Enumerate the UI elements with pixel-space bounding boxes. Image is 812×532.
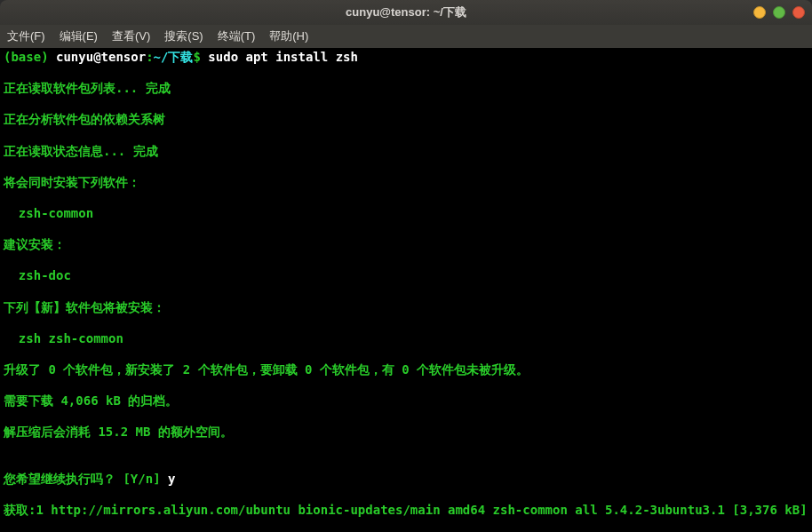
output-line: 正在分析软件包的依赖关系树 <box>4 112 808 128</box>
output-line: 您希望继续执行吗？ [Y/n] <box>4 472 161 486</box>
menu-search[interactable]: 搜索(S) <box>164 28 203 44</box>
menu-bar: 文件(F) 编辑(E) 查看(V) 搜索(S) 终端(T) 帮助(H) <box>0 25 812 48</box>
menu-view[interactable]: 查看(V) <box>112 28 150 44</box>
output-line: 解压缩后会消耗 15.2 MB 的额外空间。 <box>4 425 808 441</box>
output-line: 建议安装： <box>4 237 808 253</box>
output-line: zsh-common <box>4 206 808 222</box>
output-line: zsh zsh-common <box>4 331 808 347</box>
output-line: 获取:1 http://mirrors.aliyun.com/ubuntu bi… <box>4 503 808 519</box>
output-line: zsh-doc <box>4 268 808 284</box>
window-controls <box>753 6 805 19</box>
output-line: 正在读取软件包列表... 完成 <box>4 81 808 97</box>
menu-edit[interactable]: 编辑(E) <box>60 28 98 44</box>
prompt-colon: : <box>146 50 153 64</box>
prompt-env: (base) <box>4 50 49 64</box>
terminal-window: cunyu@tensor: ~/下载 文件(F) 编辑(E) 查看(V) 搜索(… <box>0 0 812 532</box>
output-line: 升级了 0 个软件包，新安装了 2 个软件包，要卸载 0 个软件包，有 0 个软… <box>4 362 808 378</box>
terminal-viewport[interactable]: (base) cunyu@tensor:~/下载$ sudo apt insta… <box>0 48 812 532</box>
menu-terminal[interactable]: 终端(T) <box>218 28 256 44</box>
output-line: 将会同时安装下列软件： <box>4 175 808 191</box>
prompt-userhost: cunyu@tensor <box>56 50 146 64</box>
window-title: cunyu@tensor: ~/下载 <box>346 4 466 20</box>
prompt-path: ~/下载 <box>154 50 194 64</box>
output-line: 正在读取状态信息... 完成 <box>4 144 808 160</box>
maximize-button[interactable] <box>773 6 785 19</box>
output-line: 下列【新】软件包将被安装： <box>4 300 808 316</box>
prompt-dollar: $ <box>193 50 200 64</box>
menu-help[interactable]: 帮助(H) <box>269 28 308 44</box>
menu-file[interactable]: 文件(F) <box>7 28 45 44</box>
title-bar: cunyu@tensor: ~/下载 <box>0 0 812 25</box>
minimize-button[interactable] <box>753 6 766 19</box>
close-button[interactable] <box>792 6 805 19</box>
output-line: 需要下载 4,066 kB 的归档。 <box>4 393 808 409</box>
command-text: sudo apt install zsh <box>208 50 358 64</box>
user-input: y <box>168 472 175 486</box>
